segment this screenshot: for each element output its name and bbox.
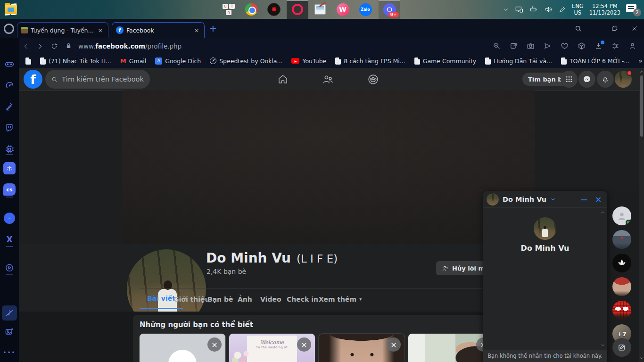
taskbar-chrome[interactable] [240,0,262,19]
chat-scrollbar[interactable] [600,210,606,348]
pen-icon[interactable] [558,6,566,14]
scroll-down-icon[interactable] [600,343,605,348]
tab-tuyen-dung[interactable]: Tuyển dụng - Tuyển dụng m × [17,22,108,38]
taskbar-wps[interactable]: W [332,0,354,19]
chat-profile-avatar[interactable] [534,217,556,240]
taskbar-paint[interactable] [309,0,331,19]
nav-home[interactable] [262,68,304,90]
battery-icon[interactable] [529,6,538,13]
profile-icon[interactable] [625,40,639,53]
bookmark-item[interactable]: TOÁN LỚP 6 MỚI -... [561,58,629,65]
downloads-icon[interactable] [591,40,605,53]
tab-close-icon[interactable]: × [97,26,104,34]
forward-button[interactable] [33,40,47,53]
easy-setup-icon[interactable] [608,40,622,53]
chat-close-icon[interactable]: × [593,194,603,204]
chat-minimize-icon[interactable]: — [579,196,589,203]
taskbar-opera-gx[interactable] [287,0,308,19]
chat-header[interactable]: Do Minh Vu — × [483,191,607,208]
zoom-icon[interactable] [489,40,504,53]
action-center[interactable]: 2 [626,3,640,16]
chevron-down-icon[interactable] [550,197,556,202]
wallet-cube-icon[interactable] [574,40,588,53]
site-lock-icon[interactable] [61,40,75,53]
bookmarks-overflow-icon[interactable]: » [638,57,643,65]
suggestion-card[interactable]: Welcome to the wedding of × [229,334,315,362]
cs-app-icon[interactable]: cs [0,182,19,197]
search-tabs-icon[interactable] [574,25,582,33]
nav-groups[interactable] [352,68,394,90]
chatgpt-icon[interactable] [0,161,19,176]
apps-menu-button[interactable] [561,71,578,88]
contact-avatar[interactable] [612,206,631,225]
taskbar-discord[interactable]: 9+ [379,0,400,19]
back-button[interactable] [19,40,33,53]
nav-friends[interactable] [306,68,349,90]
bookmark-item[interactable]: Game Community [414,58,477,65]
contact-avatar[interactable] [612,301,631,320]
tray-chevron-icon[interactable] [503,6,509,13]
taskbar-game-app[interactable]: ✸ [263,0,285,19]
reload-button[interactable] [47,40,61,53]
language-indicator[interactable]: ENGUS [572,3,584,16]
gx-corner-icon[interactable] [0,57,19,72]
suggestion-card[interactable]: × [408,334,486,362]
x-twitter-icon[interactable]: X [0,232,19,247]
send-flow-icon[interactable] [540,40,554,53]
bookmark-item[interactable]: 8 cách tăng FPS Mi... [335,58,405,65]
messenger-sidebar-icon[interactable] [0,211,19,226]
twitch-icon[interactable] [0,120,19,135]
scroll-down-icon[interactable] [639,356,644,361]
contact-avatar[interactable] [612,277,631,296]
new-message-button[interactable] [612,338,631,357]
taskbar-file-explorer[interactable] [0,0,22,19]
snapshot-camera-icon[interactable] [523,40,537,53]
taskbar-unikey[interactable]: u i n [218,0,239,19]
header-avatar[interactable] [615,71,632,88]
tab-facebook[interactable]: f Facebook × [112,22,205,38]
cover-photo[interactable] [122,90,535,244]
network-icon[interactable] [515,5,523,14]
dismiss-suggestion-icon[interactable]: × [387,337,401,352]
sidebar-more-icon[interactable]: ••• [0,345,19,360]
facebook-logo[interactable]: f [24,70,42,89]
volume-icon[interactable] [544,5,553,14]
facebook-search-input[interactable]: Tìm kiếm trên Facebook [45,70,150,89]
gx-control-icon[interactable] [0,78,19,93]
gx-cleaner-icon[interactable] [0,99,19,114]
page-scrollbar[interactable] [639,68,644,362]
taskbar-zalo[interactable]: Zalo [355,0,376,19]
notifications-button[interactable] [597,71,614,88]
friends-count[interactable]: 2,4K bạn bè [206,268,246,275]
scroll-up-icon[interactable] [600,210,605,215]
bookmark-item[interactable]: Hướng Dẫn Tải và... [485,58,552,65]
contact-avatar[interactable] [612,254,631,272]
bookmark-gmail[interactable]: MGmail [120,58,146,65]
image-snapshot-icon[interactable] [0,324,19,339]
messenger-button[interactable] [578,71,595,88]
bookmark-speedtest[interactable]: Speedtest by Ookla... [210,58,282,65]
tab-close-icon[interactable]: × [193,26,200,34]
close-window-icon[interactable] [631,25,638,32]
chat-profile-name[interactable]: Do Minh Vu [483,244,607,253]
bookmark-item[interactable] [25,58,31,65]
suggestion-card[interactable]: × [319,334,405,362]
tab-xem-them[interactable]: Xem thêm▾ [311,289,369,309]
dismiss-suggestion-icon[interactable]: × [207,337,222,352]
bookmark-heart-icon[interactable] [557,40,571,53]
bookmark-youtube[interactable]: ▶YouTube [291,58,326,65]
clock[interactable]: 12:54 PM11/13/2023 [589,3,620,16]
dismiss-suggestion-icon[interactable]: × [297,337,311,352]
scroll-up-icon[interactable] [639,69,644,74]
suggestion-card[interactable]: × [140,334,225,362]
scrollbar-thumb[interactable] [640,75,643,137]
music-muted-icon[interactable]: ♪ [0,305,19,321]
restore-window-icon[interactable] [611,25,619,32]
new-tab-button[interactable]: + [207,23,219,34]
pinboard-icon[interactable] [506,40,520,53]
bookmark-item[interactable]: (71) Nhạc Tik Tok H... [40,58,111,65]
contact-avatar[interactable] [612,230,631,249]
opera-menu-button[interactable] [4,24,14,34]
url-text[interactable]: www.facebook.com/profile.php [78,42,182,50]
bookmark-translate[interactable]: AGoogle Dịch [155,58,201,65]
